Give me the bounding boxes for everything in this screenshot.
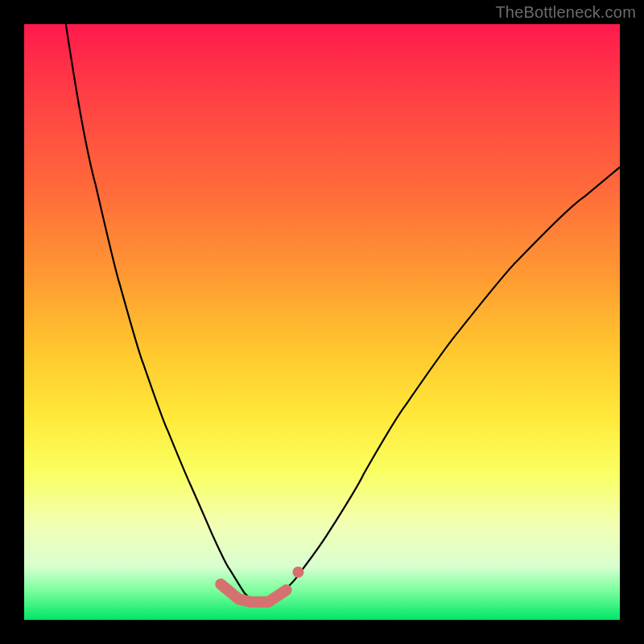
minimum-marker [221, 584, 286, 602]
watermark-text: TheBottleneck.com [495, 3, 636, 22]
minimum-marker-dot [292, 567, 303, 578]
chart-svg [24, 24, 620, 620]
plot-area [24, 24, 620, 620]
bottleneck-curve [66, 24, 620, 603]
chart-frame: TheBottleneck.com [0, 0, 644, 644]
